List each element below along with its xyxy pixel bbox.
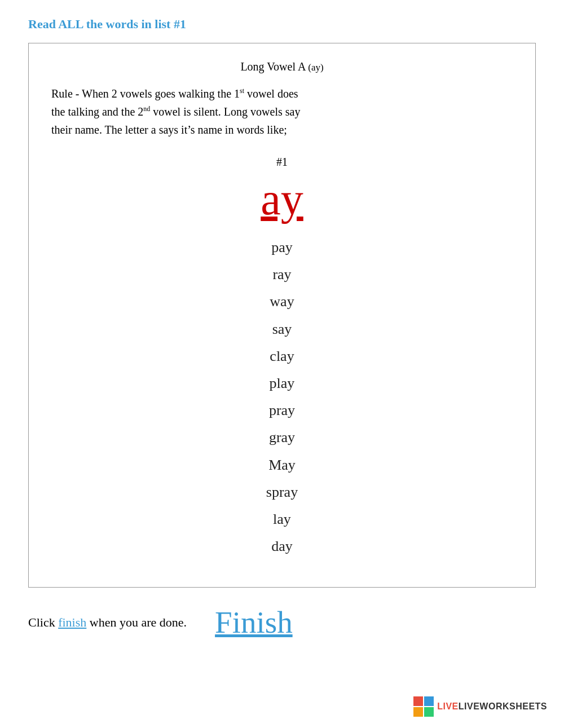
- rule-part1: Rule - When 2 vowels goes walking the 1: [51, 87, 240, 100]
- rule-text: Rule - When 2 vowels goes walking the 1s…: [51, 85, 513, 139]
- footer-text-before: Click: [28, 615, 58, 629]
- box-heading: Long Vowel A: [240, 60, 305, 73]
- list-item: pray: [269, 398, 295, 423]
- logo-icon-q1: [413, 696, 423, 706]
- footer-text: Click finish when you are done.: [28, 615, 187, 630]
- finish-big-button[interactable]: Finish: [215, 605, 293, 640]
- list-item: lay: [273, 507, 291, 532]
- list-item: spray: [266, 480, 298, 505]
- list-item: way: [270, 289, 294, 314]
- logo-icon-q2: [424, 696, 434, 706]
- rule-part1b: vowel does: [244, 87, 298, 100]
- list-item: day: [271, 534, 293, 559]
- logo-icon: [413, 696, 434, 717]
- list-item: say: [272, 317, 292, 342]
- logo-icon-q4: [424, 707, 434, 717]
- list-item: ray: [272, 262, 291, 287]
- finish-link[interactable]: finish: [58, 615, 86, 629]
- content-box: Long Vowel A (ay) Rule - When 2 vowels g…: [28, 43, 536, 588]
- list-item: May: [268, 453, 296, 478]
- rule-sup1: st: [240, 87, 244, 95]
- logo-live: LIVE: [437, 701, 459, 711]
- logo-worksheets: LIVEWORKSHEETS: [459, 701, 547, 711]
- list-number: #1: [51, 156, 513, 169]
- footer-text-after: when you are done.: [86, 615, 187, 629]
- rule-part2: the talking and the 2: [51, 105, 143, 118]
- word-list: pay ray way say clay play pray gray May …: [51, 235, 513, 559]
- footer-section: Click finish when you are done. Finish: [28, 605, 536, 640]
- rule-part2b: vowel is silent. Long vowels say: [150, 105, 300, 118]
- big-ay-word: ay: [51, 174, 513, 224]
- page-title: Read ALL the words in list #1: [28, 17, 536, 32]
- rule-sup2: nd: [143, 105, 150, 113]
- list-item: play: [270, 371, 295, 396]
- box-title: Long Vowel A (ay): [51, 60, 513, 73]
- list-item: pay: [271, 235, 293, 260]
- box-heading-suffix-text: (ay): [308, 62, 323, 73]
- liveworksheets-logo: LIVELIVEWORKSHEETS: [413, 696, 547, 717]
- logo-icon-q3: [413, 707, 423, 717]
- logo-text: LIVELIVEWORKSHEETS: [437, 701, 547, 712]
- list-item: gray: [269, 425, 295, 450]
- rule-part3: their name. The letter a says it’s name …: [51, 123, 287, 136]
- list-item: clay: [270, 344, 294, 369]
